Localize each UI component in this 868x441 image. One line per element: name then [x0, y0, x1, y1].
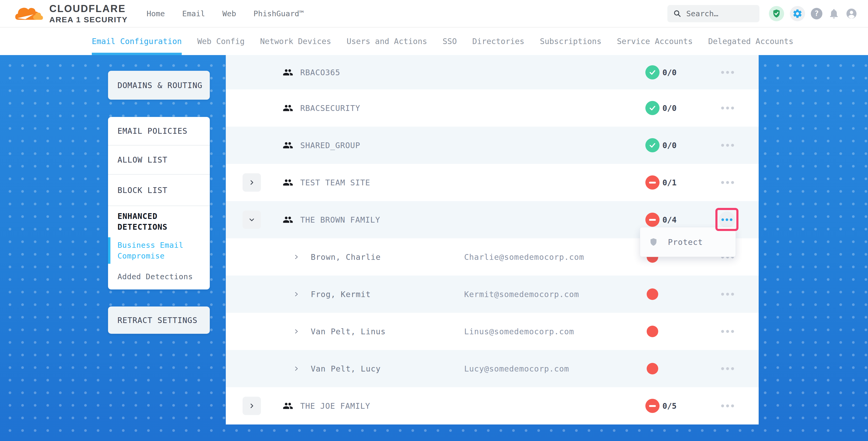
tab-email-configuration[interactable]: Email Configuration: [92, 28, 182, 55]
row-menu-button-active[interactable]: [719, 212, 735, 228]
sidebar-subitem-label: Business Email Compromise: [118, 240, 210, 261]
member-email: Lucy@somedemocorp.com: [464, 364, 569, 373]
nav-phishguard[interactable]: PhishGuard™: [253, 9, 304, 18]
protection-count: 0/4: [662, 215, 677, 224]
cloudflare-cloud-icon: [13, 4, 45, 24]
search-input[interactable]: [686, 9, 749, 18]
group-name: TEST TEAM SITE: [300, 178, 370, 187]
sidebar-item-domains-routing[interactable]: DOMAINS & ROUTING: [108, 71, 210, 100]
chevron-right-icon: [294, 291, 299, 297]
tab-service-accounts[interactable]: Service Accounts: [617, 28, 692, 55]
shield-icon: [649, 237, 658, 247]
product-name: AREA 1 SECURITY: [49, 16, 128, 24]
group-name: RBACSECURITY: [300, 103, 360, 113]
shield-check-icon[interactable]: [769, 6, 784, 21]
sidebar-item-enhanced-detections[interactable]: ENHANCED DETECTIONS: [108, 206, 210, 237]
group-name: THE BROWN FAMILY: [300, 215, 380, 224]
tab-subscriptions[interactable]: Subscriptions: [540, 28, 601, 55]
sidebar-item-retract-settings[interactable]: RETRACT SETTINGS: [108, 307, 210, 334]
help-icon[interactable]: [811, 8, 823, 20]
group-icon: [282, 103, 294, 113]
row-menu-button[interactable]: [721, 144, 734, 147]
table-row[interactable]: RBACO365 0/0: [226, 55, 758, 89]
sidebar-item-email-policies[interactable]: EMAIL POLICIES: [108, 117, 210, 145]
tab-network-devices[interactable]: Network Devices: [260, 28, 331, 55]
search-icon: [673, 9, 682, 18]
bell-icon[interactable]: [828, 8, 840, 20]
member-email: Charlie@somedemocorp.com: [464, 252, 584, 262]
active-indicator-bar: [108, 237, 111, 264]
status-ok-icon: [645, 138, 659, 152]
cloudflare-logo[interactable]: CLOUDFLARE AREA 1 SECURITY: [13, 4, 128, 24]
sidebar-policies-card: EMAIL POLICIES ALLOW LIST BLOCK LIST ENH…: [108, 117, 210, 289]
expand-button[interactable]: [243, 173, 261, 192]
sidebar-item-block-list[interactable]: BLOCK LIST: [108, 174, 210, 206]
status-dot: [647, 288, 658, 300]
group-name: RBACO365: [300, 68, 340, 77]
status-blocked-icon: [645, 399, 659, 413]
nav-home[interactable]: Home: [147, 9, 165, 18]
member-name: Brown, Charlie: [311, 252, 381, 262]
row-menu-button[interactable]: [721, 367, 734, 370]
table-row[interactable]: RBACSECURITY 0/0: [226, 89, 758, 127]
status-ok-icon: [645, 101, 659, 115]
tab-delegated-accounts[interactable]: Delegated Accounts: [708, 28, 793, 55]
top-navigation: Home Email Web PhishGuard™: [147, 9, 304, 18]
chevron-right-icon: [294, 366, 299, 371]
menu-item-protect[interactable]: Protect: [668, 238, 703, 247]
expand-button[interactable]: [243, 397, 261, 415]
collapse-button[interactable]: [243, 211, 261, 229]
chevron-right-icon: [294, 254, 299, 259]
row-menu-button[interactable]: [721, 107, 734, 109]
tab-directories[interactable]: Directories: [472, 28, 524, 55]
protection-count: 0/0: [662, 68, 677, 77]
group-name: SHARED_GROUP: [300, 141, 360, 150]
tab-web-config[interactable]: Web Config: [197, 28, 245, 55]
area1-security-app: { "header": { "brand": "CLOUDFLARE", "pr…: [0, 0, 868, 441]
sidebar-item-business-email-compromise[interactable]: Business Email Compromise: [108, 237, 210, 264]
user-icon[interactable]: [845, 8, 858, 20]
brand-name: CLOUDFLARE: [49, 4, 128, 13]
header-icons: [769, 6, 858, 21]
status-blocked-icon: [645, 213, 659, 227]
table-row[interactable]: Van Pelt, Lucy Lucy@somedemocorp.com: [226, 350, 758, 387]
row-menu-button[interactable]: [721, 330, 734, 333]
member-name: Van Pelt, Linus: [311, 327, 386, 336]
row-menu-button[interactable]: [721, 405, 734, 407]
gear-icon[interactable]: [790, 6, 805, 21]
table-row[interactable]: TEST TEAM SITE 0/1: [226, 164, 758, 201]
sidebar-item-allow-list[interactable]: ALLOW LIST: [108, 145, 210, 174]
row-menu-button[interactable]: [721, 293, 734, 296]
group-icon: [282, 215, 294, 225]
row-menu-button[interactable]: [721, 71, 734, 74]
status-dot: [647, 326, 658, 337]
status-dot: [647, 363, 658, 374]
directory-groups-table: RBACO365 0/0 RBACSECURITY 0/0 SHARED_GRO…: [226, 55, 758, 424]
member-email: Kermit@somedemocorp.com: [464, 290, 579, 299]
protection-count: 0/1: [662, 178, 677, 187]
row-menu-button[interactable]: [721, 181, 734, 184]
group-icon: [282, 67, 294, 77]
nav-web[interactable]: Web: [222, 9, 236, 18]
status-blocked-icon: [645, 176, 659, 190]
nav-email[interactable]: Email: [182, 9, 205, 18]
table-row[interactable]: Van Pelt, Linus Linus@somedemocorp.com: [226, 313, 758, 350]
tab-sso[interactable]: SSO: [443, 28, 457, 55]
table-row[interactable]: Frog, Kermit Kermit@somedemocorp.com: [226, 276, 758, 313]
sidebar-item-added-detections[interactable]: Added Detections: [108, 264, 210, 289]
row-context-menu: Protect: [640, 227, 736, 257]
settings-tab-bar: Email Configuration Web Config Network D…: [0, 28, 868, 55]
group-icon: [282, 177, 294, 188]
table-row[interactable]: THE JOE FAMILY 0/5: [226, 387, 758, 424]
member-email: Linus@somedemocorp.com: [464, 327, 574, 336]
protection-count: 0/0: [662, 103, 677, 113]
group-icon: [282, 140, 294, 151]
sidebar-subitem-label: Added Detections: [118, 272, 193, 281]
chevron-right-icon: [294, 329, 299, 334]
table-row[interactable]: SHARED_GROUP 0/0: [226, 127, 758, 164]
top-header: CLOUDFLARE AREA 1 SECURITY Home Email We…: [0, 0, 868, 28]
status-ok-icon: [645, 65, 659, 80]
search-box[interactable]: [668, 5, 760, 22]
member-name: Frog, Kermit: [311, 290, 371, 299]
tab-users-and-actions[interactable]: Users and Actions: [347, 28, 427, 55]
